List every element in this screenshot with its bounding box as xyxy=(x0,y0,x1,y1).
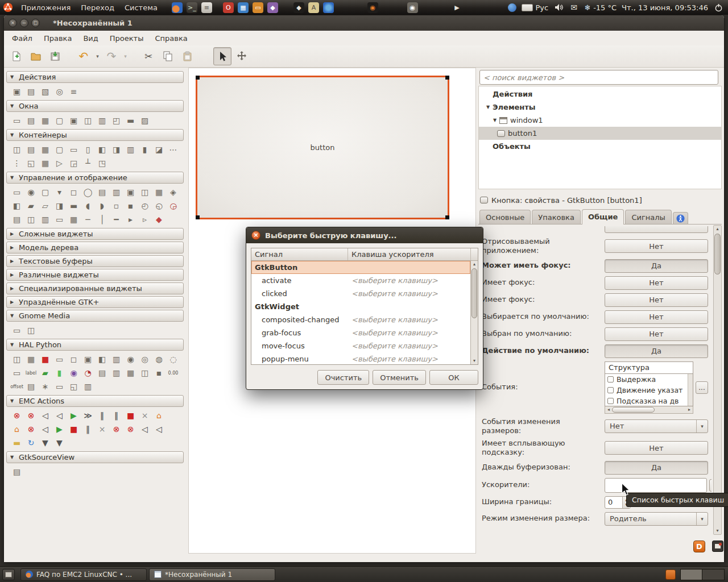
widget-icon[interactable]: ▧ xyxy=(38,86,52,98)
widget-icon[interactable]: ◱ xyxy=(67,381,81,393)
palette-section-header[interactable]: ▶Текстовые буферы xyxy=(6,255,184,267)
widget-icon[interactable]: ◧ xyxy=(95,144,109,156)
widget-icon[interactable]: ▮ xyxy=(138,144,152,156)
widget-icon[interactable]: ◫ xyxy=(138,186,152,198)
widget-icon[interactable]: ▤ xyxy=(24,144,38,156)
scroll-right-icon[interactable]: ▸ xyxy=(686,406,693,413)
openoffice-draw-icon[interactable]: ◆ xyxy=(267,2,278,13)
gimp-icon[interactable]: ◉ xyxy=(407,2,418,13)
property-toggle-button[interactable]: Нет xyxy=(605,327,708,341)
widget-icon[interactable]: ◗ xyxy=(95,200,109,212)
palette-section-header[interactable]: ▼Окна xyxy=(6,100,184,112)
widget-icon[interactable]: ◆ xyxy=(152,214,166,226)
widget-icon[interactable]: ▨ xyxy=(138,115,152,127)
window-minimize-icon[interactable]: − xyxy=(20,19,28,27)
palette-section-header[interactable]: ▶Специализированные виджеты xyxy=(6,282,184,294)
property-toggle-button[interactable]: Нет xyxy=(605,441,708,455)
widget-icon[interactable]: ▭ xyxy=(52,354,67,365)
events-more-button[interactable]: ... xyxy=(696,381,708,394)
widget-icon[interactable]: ▯ xyxy=(81,144,95,156)
widget-icon[interactable]: ◉ xyxy=(24,186,38,198)
widget-icon[interactable]: ⋮ xyxy=(10,157,24,169)
signal-row[interactable]: GtkButton xyxy=(251,261,470,274)
widget-icon[interactable]: ▭ xyxy=(10,186,24,198)
widget-icon[interactable]: ⊗ xyxy=(10,410,24,422)
events-option[interactable]: Выдержка xyxy=(605,374,687,385)
events-vscrollbar[interactable] xyxy=(688,374,693,406)
widget-icon[interactable]: ◳ xyxy=(95,157,109,169)
openoffice-calc-icon[interactable]: ▦ xyxy=(238,2,249,13)
widget-icon[interactable]: ⌂ xyxy=(10,423,24,435)
widget-icon[interactable]: ◫ xyxy=(24,214,38,226)
widget-icon[interactable]: ◫ xyxy=(138,367,152,379)
column-signal[interactable]: Сигнал xyxy=(251,248,348,260)
widget-icon[interactable]: ⊗ xyxy=(24,410,38,422)
widget-icon[interactable]: ▶ xyxy=(52,423,67,435)
widget-icon[interactable]: ─ xyxy=(81,214,95,226)
checkbox-icon[interactable] xyxy=(607,398,614,404)
show-desktop-button[interactable] xyxy=(2,569,15,580)
widget-icon[interactable]: ◱ xyxy=(24,157,38,169)
dialog-titlebar[interactable]: × Выберите быструю клавишу... xyxy=(246,227,483,243)
power-icon[interactable] xyxy=(713,2,723,13)
pointer-launcher-icon[interactable]: ▶ xyxy=(452,2,462,13)
widget-icon[interactable]: ▪ xyxy=(123,200,138,212)
widget-icon[interactable]: ▬ xyxy=(10,437,24,449)
ok-button[interactable]: ОК xyxy=(429,370,478,385)
widget-icon[interactable]: ▥ xyxy=(123,144,138,156)
widget-icon[interactable]: ▾ xyxy=(52,186,67,198)
widget-icon[interactable]: ⊗ xyxy=(24,423,38,435)
scroll-left-icon[interactable]: ◂ xyxy=(605,406,612,413)
widget-icon[interactable]: ■ xyxy=(38,354,52,365)
widget-icon[interactable]: │ xyxy=(95,214,109,226)
widget-icon[interactable]: ≡ xyxy=(67,86,81,98)
terminal-icon[interactable]: >_ xyxy=(187,2,197,13)
accelerators-more-button[interactable]: ... xyxy=(709,479,712,492)
tab-signals[interactable]: Сигналы xyxy=(625,210,671,224)
property-dropdown[interactable]: Нет▾ xyxy=(605,419,708,433)
widget-icon[interactable]: ▢ xyxy=(52,115,67,127)
chromium-icon[interactable] xyxy=(323,2,334,13)
widget-icon[interactable]: × xyxy=(138,410,152,422)
widget-icon[interactable]: ━ xyxy=(109,214,123,226)
widget-icon[interactable]: ▭ xyxy=(10,325,24,336)
palette-section-header[interactable]: ▶Упразднённые GTK+ xyxy=(6,296,184,308)
system-menu[interactable]: Система xyxy=(119,0,163,15)
expander-icon[interactable]: ▼ xyxy=(483,105,493,110)
menu-view[interactable]: Вид xyxy=(77,31,104,45)
property-toggle-button[interactable]: Да xyxy=(605,461,708,475)
widget-icon[interactable]: ◎ xyxy=(52,86,67,98)
accelerator-cell[interactable]: <выберите клавишу> xyxy=(348,329,470,337)
widget-icon[interactable]: ◲ xyxy=(67,157,81,169)
undo-menu-icon[interactable]: ▾ xyxy=(94,47,101,65)
undo-button[interactable]: ↶ xyxy=(75,47,93,65)
palette-section-header[interactable]: ▼HAL Python xyxy=(6,339,184,351)
property-toggle-button[interactable]: Нет xyxy=(605,310,708,324)
window-titlebar[interactable]: × − ◻ *Несохранённый 1 xyxy=(4,15,724,31)
widget-icon[interactable]: ◔ xyxy=(81,367,95,379)
menu-edit[interactable]: Правка xyxy=(38,31,77,45)
widget-icon[interactable]: ⋯ xyxy=(166,144,180,156)
charmap-icon[interactable]: A xyxy=(308,2,319,13)
scroll-up-icon[interactable]: ▴ xyxy=(471,261,478,268)
signal-row[interactable]: clicked<выберите клавишу> xyxy=(251,287,470,300)
widget-icon[interactable]: ▼ xyxy=(38,437,52,449)
widget-icon[interactable]: ◯ xyxy=(81,186,95,198)
widget-icon[interactable]: ▭ xyxy=(52,214,67,226)
widget-icon[interactable]: ◈ xyxy=(166,186,180,198)
blender-icon[interactable]: ◉ xyxy=(367,2,378,13)
widget-icon[interactable]: ▭ xyxy=(52,381,67,393)
design-button[interactable]: button xyxy=(197,77,448,218)
widget-icon[interactable]: ▦ xyxy=(152,186,166,198)
tab-accessibility[interactable] xyxy=(673,212,688,224)
widget-icon[interactable]: ▣ xyxy=(67,115,81,127)
properties-scrollbar[interactable]: ▴ ▾ xyxy=(713,225,722,535)
widget-icon[interactable]: ◉ xyxy=(67,367,81,379)
taskbar-item-glade[interactable]: *Несохранённый 1 xyxy=(149,568,275,581)
widget-icon[interactable]: ▥ xyxy=(38,214,52,226)
widget-icon[interactable]: ◵ xyxy=(152,200,166,212)
d-badge-icon[interactable]: D xyxy=(693,541,705,552)
widget-icon[interactable]: ▱ xyxy=(38,200,52,212)
scrollbar-thumb[interactable] xyxy=(612,407,655,413)
signal-row[interactable]: popup-menu<выберите клавишу> xyxy=(251,352,470,364)
